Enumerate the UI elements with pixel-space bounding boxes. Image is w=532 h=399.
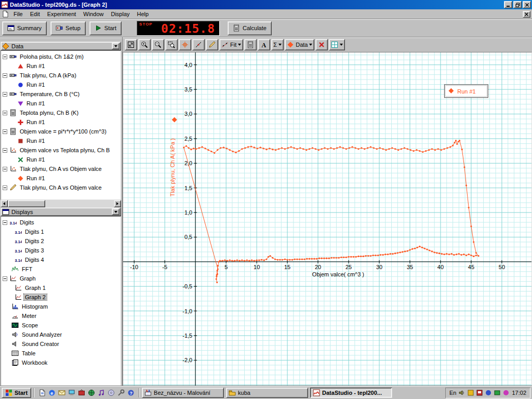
data-item-tlak-plynu-ch-a-vs-objem-val[interactable]: Tlak plynu, Ch A vs Objem valce xyxy=(1,183,121,192)
zoom-select-button[interactable] xyxy=(165,39,178,50)
scale-to-fit-button[interactable] xyxy=(125,39,137,50)
data-item-temperature-ch-b-c[interactable]: Temperature, Ch B (°C) xyxy=(1,89,121,99)
quicklaunch-tv-icon[interactable] xyxy=(77,389,86,397)
quicklaunch-tool-icon[interactable] xyxy=(117,389,125,397)
menu-edit[interactable]: Edit xyxy=(26,10,44,19)
scroll-right-button[interactable] xyxy=(114,200,121,207)
scroll-left-button[interactable] xyxy=(1,200,8,207)
tray-tray4-icon[interactable] xyxy=(494,389,501,396)
legend[interactable]: Run #1 xyxy=(444,85,488,98)
expand-toggle[interactable] xyxy=(3,73,7,78)
display-item-fft[interactable]: FFT xyxy=(1,264,121,274)
menu-display[interactable]: Display xyxy=(107,10,133,19)
quicklaunch-mail-icon[interactable] xyxy=(58,389,66,397)
expand-toggle[interactable] xyxy=(3,276,7,281)
zoom-in-button[interactable] xyxy=(138,39,151,50)
tray-tray5-icon[interactable] xyxy=(502,389,510,396)
data-item-poloha-pistu-ch-1-2-m[interactable]: Poloha pistu, Ch 1&2 (m) xyxy=(1,52,121,61)
data-tree-horizontal-scrollbar[interactable] xyxy=(1,200,121,207)
graph-svg[interactable]: -10-551015202530354045504,03,53,02,52,01… xyxy=(123,52,531,385)
task-button-bez-n-zvu-malov-n[interactable]: Bez_názvu - Malování xyxy=(142,388,224,398)
menu-experiment[interactable]: Experiment xyxy=(44,10,80,19)
quicklaunch-cd-icon[interactable] xyxy=(107,389,115,397)
display-item-sound-analyzer[interactable]: Sound Analyzer xyxy=(1,330,121,339)
display-item-graph-2[interactable]: Graph 2 xyxy=(1,292,121,302)
display-item-digits-3[interactable]: 3.14Digits 3 xyxy=(1,246,121,255)
expand-toggle[interactable] xyxy=(3,167,7,171)
graph-settings-button[interactable] xyxy=(329,39,345,50)
menu-window[interactable]: Window xyxy=(79,10,107,19)
quicklaunch-ie-icon[interactable]: e xyxy=(48,389,56,397)
display-item-histogram[interactable]: Histogram xyxy=(1,302,121,311)
quicklaunch-doc-icon[interactable] xyxy=(38,389,46,397)
text-tool-button[interactable]: A xyxy=(258,39,270,50)
task-button-kuba[interactable]: kuba xyxy=(226,388,308,398)
expand-toggle[interactable] xyxy=(3,55,7,59)
display-item-digits-1[interactable]: 3.14Digits 1 xyxy=(1,227,121,236)
display-item-sound-creator[interactable]: Sound Creator xyxy=(1,339,121,349)
tray-tray1-icon[interactable] xyxy=(467,389,474,396)
expand-toggle[interactable] xyxy=(3,129,7,134)
calculate-button[interactable]: Calculate xyxy=(228,21,272,35)
data-run-item[interactable]: Run #1 xyxy=(1,136,121,145)
expand-toggle[interactable] xyxy=(3,148,7,153)
data-item-tlak-plynu-ch-a-kpa[interactable]: Tlak plynu, Ch A (kPa) xyxy=(1,71,121,80)
display-item-digits-2[interactable]: 3.14Digits 2 xyxy=(1,236,121,246)
quicklaunch-help-icon[interactable]: ? xyxy=(127,389,135,397)
display-item-meter[interactable]: Meter xyxy=(1,311,121,321)
quicklaunch-globe-icon[interactable] xyxy=(87,389,96,397)
annotation-tool-button[interactable] xyxy=(206,39,218,50)
display-item-digits-4[interactable]: 3.14Digits 4 xyxy=(1,255,121,264)
data-run-item[interactable]: Run #1 xyxy=(1,99,121,108)
data-run-item[interactable]: Run #1 xyxy=(1,155,121,164)
expand-toggle[interactable] xyxy=(3,185,7,190)
smart-tool-button[interactable] xyxy=(179,39,191,50)
data-item-tlak-plynu-ch-a-vs-objem-val[interactable]: Tlak plynu, Ch A vs Objem valce xyxy=(1,164,121,174)
tray-tray2-icon[interactable] xyxy=(476,389,483,396)
data-run-item[interactable]: Run #1 xyxy=(1,61,121,71)
start-button[interactable]: Start xyxy=(89,21,122,35)
slope-tool-button[interactable] xyxy=(192,39,205,50)
menu-file[interactable]: File xyxy=(10,10,26,19)
child-close-button[interactable] xyxy=(523,11,530,18)
minimize-button[interactable] xyxy=(504,1,512,8)
display-item-scope[interactable]: Scope xyxy=(1,321,121,330)
calculate-tool-button[interactable] xyxy=(244,39,257,50)
clock[interactable]: 17:02 xyxy=(512,390,526,396)
display-item-workbook[interactable]: Workbook xyxy=(1,358,121,367)
close-button[interactable] xyxy=(523,1,531,8)
statistics-menu-button[interactable]: Σ xyxy=(271,39,284,50)
keyboard-layout-indicator[interactable]: En xyxy=(449,390,456,396)
data-run-item[interactable]: Run #1 xyxy=(1,80,121,89)
zoom-out-button[interactable] xyxy=(152,39,164,50)
data-run-item[interactable]: Run #1 xyxy=(1,174,121,183)
graph-area[interactable]: -10-551015202530354045504,03,53,02,52,01… xyxy=(123,52,532,386)
tray-tray3-icon[interactable] xyxy=(485,389,492,396)
remove-button[interactable] xyxy=(315,39,328,50)
data-menu-button[interactable]: Data xyxy=(285,39,314,50)
document-icon[interactable] xyxy=(2,10,9,18)
task-button-datastudio-tepl200[interactable]: DataStudio - tepl200... xyxy=(310,388,392,398)
display-item-digits[interactable]: 3.14Digits xyxy=(1,218,121,227)
data-panel-menu-button[interactable] xyxy=(112,43,119,49)
data-run-item[interactable]: Run #1 xyxy=(1,117,121,127)
scrollbar-thumb[interactable] xyxy=(8,200,45,207)
data-item-teplota-plynu-ch-b-k[interactable]: Teplota plynu, Ch B (K) xyxy=(1,108,121,117)
data-item-objem-valce-vs-teplota-plynu[interactable]: Objem valce vs Teplota plynu, Ch B xyxy=(1,145,121,155)
expand-toggle[interactable] xyxy=(3,92,7,97)
setup-button[interactable]: Setup xyxy=(50,21,86,35)
fit-menu-button[interactable]: Fit xyxy=(219,39,243,50)
tray-volume-icon[interactable] xyxy=(458,389,466,396)
expand-toggle[interactable] xyxy=(3,220,7,225)
display-item-graph[interactable]: Graph xyxy=(1,274,121,283)
display-item-table[interactable]: Table xyxy=(1,349,121,358)
summary-button[interactable]: Summary xyxy=(2,21,47,35)
data-item-objem-valce-pi-r-r-y-100-cm-[interactable]: Objem valce = pi*r*r*y*100 (cm^3) xyxy=(1,127,121,136)
display-item-graph-1[interactable]: Graph 1 xyxy=(1,283,121,292)
expand-toggle[interactable] xyxy=(3,111,7,115)
menu-help[interactable]: Help xyxy=(134,10,153,19)
displays-panel-menu-button[interactable] xyxy=(112,208,119,215)
start-menu-button[interactable]: Start xyxy=(2,388,31,398)
quicklaunch-music-icon[interactable] xyxy=(97,389,105,397)
restore-button[interactable] xyxy=(513,1,522,8)
